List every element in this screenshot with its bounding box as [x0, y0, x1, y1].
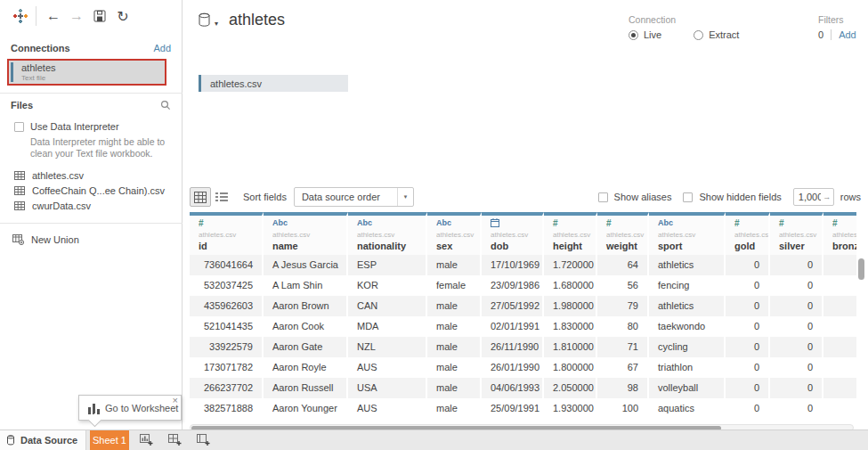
cell-silver[interactable]: 0 [770, 378, 823, 398]
cell-name[interactable]: Aaron Cook [264, 316, 348, 337]
new-dashboard-button[interactable] [163, 430, 186, 450]
column-header-bronze[interactable]: #athletes.csvbronze [823, 212, 856, 255]
datasource-caret-icon[interactable]: ▾ [215, 20, 218, 28]
file-item-cwurdata[interactable]: cwurData.csv [14, 200, 91, 212]
cell-nationality[interactable]: USA [348, 378, 427, 398]
new-worksheet-button[interactable] [134, 430, 158, 450]
table-chip-athletes-csv[interactable]: athletes.csv [199, 75, 348, 92]
cell-sport[interactable]: athletics [649, 255, 726, 275]
back-button[interactable]: ← [42, 6, 65, 26]
extract-radio-option[interactable]: Extract [694, 29, 739, 40]
cell-bronze[interactable] [823, 378, 856, 398]
cell-bronze[interactable] [823, 357, 856, 378]
cell-weight[interactable]: 79 [597, 296, 649, 316]
cell-bronze[interactable] [823, 296, 856, 316]
rows-count-input[interactable] [794, 192, 821, 202]
tableau-logo-icon[interactable] [9, 6, 32, 26]
show-hidden-fields-checkbox[interactable] [683, 192, 693, 202]
cell-weight[interactable]: 56 [597, 275, 649, 296]
cell-nationality[interactable]: NZL [348, 337, 427, 357]
cell-height[interactable]: 1.980000 [544, 296, 597, 316]
cell-name[interactable]: A Jesus Garcia [264, 255, 348, 275]
search-icon[interactable] [160, 100, 171, 110]
column-header-nationality[interactable]: Abcathletes.csvnationality [348, 212, 427, 255]
cell-sport[interactable]: aquatics [649, 398, 726, 419]
add-connection-link[interactable]: Add [153, 43, 171, 53]
cell-name[interactable]: Aaron Royle [264, 357, 348, 378]
cell-dob[interactable]: 26/11/1990 [482, 337, 544, 357]
show-aliases-checkbox[interactable] [598, 192, 608, 202]
data-interpreter-checkbox[interactable] [14, 122, 24, 132]
vertical-scrollbar[interactable] [858, 258, 865, 419]
cell-nationality[interactable]: MDA [348, 316, 427, 337]
cell-weight[interactable]: 64 [597, 255, 649, 275]
cell-sex[interactable]: male [427, 296, 482, 316]
column-header-name[interactable]: Abcathletes.csvname [264, 212, 348, 255]
column-header-height[interactable]: #athletes.csvheight [544, 212, 597, 255]
cell-sport[interactable]: fencing [649, 275, 726, 296]
file-item-coffeechain[interactable]: CoffeeChain Q...ee Chain).csv [14, 184, 165, 197]
column-header-gold[interactable]: #athletes.csvgold [726, 212, 770, 255]
cell-dob[interactable]: 17/10/1969 [482, 255, 544, 275]
cell-sex[interactable]: male [427, 378, 482, 398]
cell-nationality[interactable]: AUS [348, 398, 427, 419]
cell-dob[interactable]: 23/09/1986 [482, 275, 544, 296]
cell-silver[interactable]: 0 [770, 275, 823, 296]
cell-nationality[interactable]: CAN [348, 296, 427, 316]
cell-silver[interactable]: 0 [770, 316, 823, 337]
extract-radio[interactable] [694, 30, 703, 40]
cell-silver[interactable]: 0 [770, 357, 823, 378]
grid-view-button[interactable] [190, 187, 211, 207]
cell-gold[interactable]: 0 [726, 275, 770, 296]
cell-nationality[interactable]: KOR [348, 275, 427, 296]
cell-sport[interactable]: athletics [649, 296, 726, 316]
cell-id[interactable]: 435962603 [190, 296, 264, 316]
column-header-weight[interactable]: #athletes.csvweight [597, 212, 649, 255]
cell-height[interactable]: 2.050000 [544, 378, 597, 398]
cell-sex[interactable]: male [427, 357, 482, 378]
cell-weight[interactable]: 98 [597, 378, 649, 398]
cell-silver[interactable]: 0 [770, 398, 823, 419]
column-header-silver[interactable]: #athletes.csvsilver [770, 212, 823, 255]
metadata-view-button[interactable] [211, 187, 232, 207]
refresh-button[interactable]: ↻ [111, 6, 134, 26]
column-header-dob[interactable]: athletes.csvdob [482, 212, 544, 255]
cell-dob[interactable]: 25/09/1991 [482, 398, 544, 419]
cell-gold[interactable]: 0 [726, 398, 770, 419]
cell-height[interactable]: 1.930000 [544, 398, 597, 419]
column-header-sex[interactable]: Abcathletes.csvsex [427, 212, 482, 255]
cell-dob[interactable]: 27/05/1992 [482, 296, 544, 316]
cell-name[interactable]: Aaron Brown [264, 296, 348, 316]
go-to-worksheet-tooltip[interactable]: Go to Worksheet × [78, 395, 182, 421]
cell-nationality[interactable]: ESP [348, 255, 427, 275]
cell-dob[interactable]: 02/01/1991 [482, 316, 544, 337]
cell-gold[interactable]: 0 [726, 337, 770, 357]
cell-gold[interactable]: 0 [726, 378, 770, 398]
add-filter-link[interactable]: Add [839, 29, 856, 40]
live-radio[interactable] [629, 30, 638, 40]
cell-bronze[interactable] [823, 255, 856, 275]
cell-gold[interactable]: 0 [726, 316, 770, 337]
column-header-sport[interactable]: Abcathletes.csvsport [649, 212, 726, 255]
dropdown-caret-icon[interactable]: ▼ [397, 188, 413, 206]
file-item-athletes[interactable]: athletes.csv [14, 169, 84, 182]
forward-button[interactable]: → [65, 6, 88, 26]
cell-gold[interactable]: 0 [726, 296, 770, 316]
cell-name[interactable]: Aaron Gate [264, 337, 348, 357]
cell-sex[interactable]: male [427, 255, 482, 275]
use-data-interpreter-option[interactable]: Use Data Interpreter [14, 121, 119, 132]
cell-id[interactable]: 266237702 [190, 378, 264, 398]
cell-dob[interactable]: 26/01/1990 [482, 357, 544, 378]
cell-silver[interactable]: 0 [770, 296, 823, 316]
cell-dob[interactable]: 04/06/1993 [482, 378, 544, 398]
cell-name[interactable]: Aaron Younger [264, 398, 348, 419]
sort-order-dropdown[interactable]: Data source order ▼ [294, 187, 414, 207]
cell-weight[interactable]: 67 [597, 357, 649, 378]
cell-id[interactable]: 33922579 [190, 337, 264, 357]
cell-height[interactable]: 1.720000 [544, 255, 597, 275]
cell-height[interactable]: 1.680000 [544, 275, 597, 296]
cell-id[interactable]: 521041435 [190, 316, 264, 337]
connection-item-athletes[interactable]: athletes Text file [7, 59, 166, 86]
cell-sex[interactable]: male [427, 398, 482, 419]
cell-bronze[interactable] [823, 337, 856, 357]
